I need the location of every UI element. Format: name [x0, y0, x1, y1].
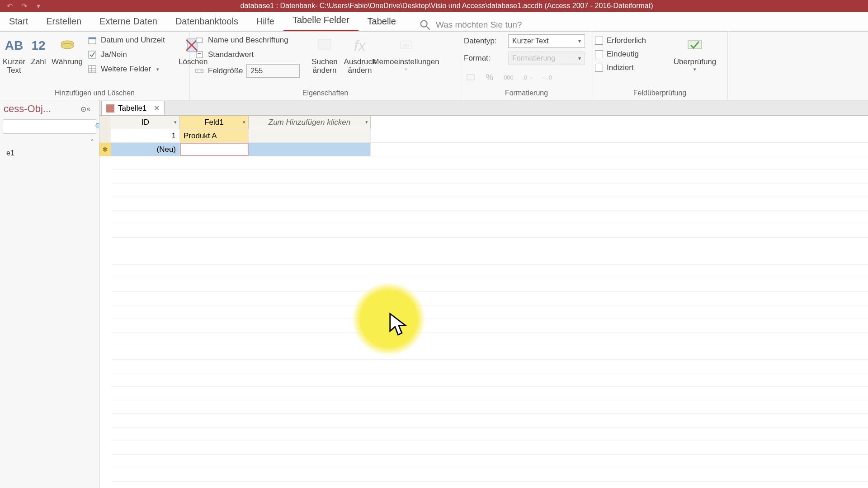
column-header-add[interactable]: Zum Hinzufügen klicken ▾ — [249, 116, 371, 129]
combo-format: Formatierung ▾ — [508, 52, 585, 65]
btn-janein-label: Ja/Nein — [101, 50, 127, 59]
row-feldgroesse: Feldgröße 255 — [193, 63, 306, 79]
undo-icon[interactable]: ↶ — [5, 1, 14, 11]
row-selector-new[interactable]: ✱ — [99, 143, 111, 156]
tell-me-placeholder: Was möchten Sie tun? — [436, 20, 522, 30]
chk-indiziert-label: Indiziert — [607, 63, 634, 72]
btn-kurzer-text[interactable]: AB Kurzer Text — [3, 33, 25, 75]
btn-waehrung[interactable]: Währung — [52, 33, 83, 66]
btn-memoeinstellungen: ab Memoeinstellungen ▾ — [379, 33, 433, 72]
svg-rect-18 — [318, 39, 331, 49]
navigation-pane[interactable]: cess-Obj... ⊙ « 🔍 ⌃ e1 — [0, 100, 99, 488]
tab-start[interactable]: Start — [0, 12, 37, 31]
cell-id-new[interactable]: (Neu) — [111, 143, 180, 156]
lbl-feldgroesse: Feldgröße — [208, 66, 243, 75]
svg-line-1 — [426, 27, 429, 30]
group-label-validation: Feldüberprüfung — [595, 87, 725, 100]
fx-icon: fx — [349, 35, 370, 56]
grid-icon — [87, 64, 97, 74]
btn-ausdruck-label: Ausdruck ändern — [344, 58, 376, 75]
nav-collapse-icon[interactable]: « — [86, 105, 95, 113]
tab-erstellen[interactable]: Erstellen — [37, 12, 90, 31]
lbl-datentyp: Datentyp: — [464, 37, 505, 46]
datasheet[interactable]: ID ▾ Feld1 ▾ Zum Hinzufügen klicken ▾ 1 … — [99, 116, 868, 488]
btn-ausdruck-aendern: fx Ausdruck ändern — [344, 33, 376, 75]
nav-dropdown-icon[interactable]: ⊙ — [80, 105, 86, 113]
btn-waehrung-label: Währung — [52, 58, 83, 66]
tab-externe-daten[interactable]: Externe Daten — [90, 12, 166, 31]
nav-search[interactable]: 🔍 — [3, 119, 96, 134]
checkbox-icon — [595, 64, 603, 72]
table-row[interactable]: 1 Produkt A — [99, 129, 868, 143]
group-label-add-delete: Hinzufügen und Löschen — [3, 87, 187, 100]
close-icon[interactable]: ✕ — [154, 104, 160, 113]
doc-tab-tabelle1[interactable]: Tabelle1 ✕ — [101, 101, 165, 115]
btn-pruefung-label: Überprüfung — [674, 58, 717, 66]
btn-ja-nein[interactable]: Ja/Nein — [85, 49, 176, 61]
qat-dropdown-icon[interactable]: ▾ — [33, 1, 43, 11]
search-icon — [419, 19, 431, 31]
chevron-down-icon: ▾ — [405, 66, 407, 72]
btn-name-beschriftung[interactable]: Name und Beschriftung — [193, 34, 306, 46]
col-id-label: ID — [142, 118, 149, 127]
svg-rect-22 — [688, 41, 702, 49]
combo-datentyp[interactable]: Kurzer Text ▾ — [508, 34, 585, 48]
svg-text:ab: ab — [402, 42, 410, 49]
nav-group-header[interactable]: ⌃ — [0, 136, 99, 147]
btn-standard-label: Standardwert — [208, 50, 254, 59]
chevron-down-icon: ▾ — [693, 66, 696, 72]
decrease-decimal-icon: ←.0 — [540, 70, 553, 84]
datasheet-gridlines — [111, 156, 868, 488]
tab-datenbanktools[interactable]: Datenbanktools — [166, 12, 247, 31]
ribbon-tab-strip: Start Erstellen Externe Daten Datenbankt… — [0, 12, 868, 32]
cell-feld1[interactable]: Produkt A — [180, 129, 249, 142]
cell-add[interactable] — [249, 129, 371, 142]
cell-id[interactable]: 1 — [111, 129, 180, 142]
cell-feld1-new[interactable] — [180, 143, 249, 156]
chevron-down-icon[interactable]: ▾ — [365, 119, 368, 125]
btn-name-label: Name und Beschriftung — [208, 36, 288, 45]
chk-erforderlich[interactable]: Erforderlich — [595, 35, 667, 46]
select-all-cell[interactable] — [99, 116, 111, 129]
chk-eindeutig[interactable]: Eindeutig — [595, 49, 667, 60]
svg-rect-14 — [196, 38, 203, 42]
row-selector[interactable] — [99, 129, 111, 142]
cell-add-new[interactable] — [249, 143, 371, 156]
table-row-new[interactable]: ✱ (Neu) — [99, 143, 868, 156]
chevron-down-icon[interactable]: ▾ — [174, 119, 177, 125]
btn-weitere-label: Weitere Felder — [101, 65, 151, 74]
chevron-down-icon[interactable]: ▾ — [243, 119, 245, 125]
combo-format-value: Formatierung — [512, 54, 555, 62]
tell-me-search[interactable]: Was möchten Sie tun? — [419, 19, 522, 31]
nav-item-table[interactable]: e1 — [0, 147, 99, 159]
column-header-id[interactable]: ID ▾ — [111, 116, 180, 129]
combo-datentyp-value: Kurzer Text — [512, 37, 549, 45]
nav-search-input[interactable] — [3, 123, 95, 131]
tab-tabelle[interactable]: Tabelle — [359, 12, 405, 31]
btn-datum-uhrzeit[interactable]: Datum und Uhrzeit — [85, 34, 176, 46]
checkbox-icon — [87, 50, 97, 60]
currency-format-icon — [464, 70, 477, 84]
checkbox-icon — [595, 37, 603, 45]
svg-point-0 — [421, 21, 427, 27]
input-feldgroesse[interactable]: 255 — [246, 64, 300, 78]
thousand-sep-icon: 000 — [502, 70, 515, 84]
svg-point-3 — [61, 43, 74, 49]
btn-datum-label: Datum und Uhrzeit — [101, 36, 165, 45]
tab-tabelle-felder[interactable]: Tabelle Felder — [283, 10, 359, 31]
chk-indiziert[interactable]: Indiziert — [595, 62, 667, 73]
redo-icon[interactable]: ↷ — [19, 1, 29, 11]
nav-pane-title[interactable]: cess-Obj... — [4, 103, 80, 115]
collapse-icon: ⌃ — [90, 138, 94, 145]
svg-rect-21 — [467, 75, 474, 80]
column-header-feld1[interactable]: Feld1 ▾ — [180, 116, 249, 129]
btn-ueberpruefung[interactable]: Überprüfung ▾ — [670, 33, 720, 72]
document-tab-strip: Tabelle1 ✕ — [99, 100, 868, 116]
btn-standardwert[interactable]: Standardwert — [193, 49, 306, 61]
tab-hilfe[interactable]: Hilfe — [247, 12, 283, 31]
lookup-icon — [314, 35, 335, 56]
btn-zahl[interactable]: 12 Zahl — [28, 33, 49, 66]
btn-weitere-felder[interactable]: Weitere Felder ▾ — [85, 63, 176, 75]
svg-rect-5 — [89, 38, 96, 39]
tag-icon — [194, 35, 204, 45]
